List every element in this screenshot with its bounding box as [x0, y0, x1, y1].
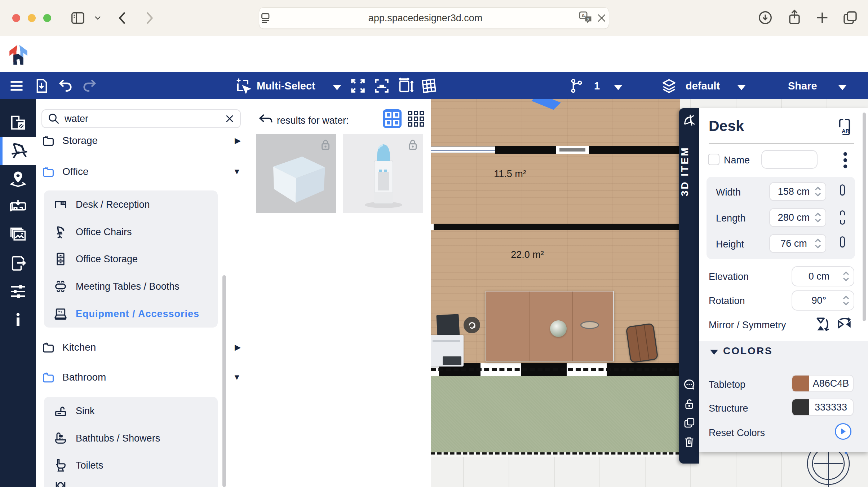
- comment-icon[interactable]: [682, 378, 696, 392]
- mirror-vertical-icon[interactable]: [814, 315, 832, 333]
- reader-icon[interactable]: [259, 12, 272, 25]
- subcategory-bathtubs[interactable]: Bathtubs / Showers: [53, 428, 208, 449]
- search-box[interactable]: [41, 109, 241, 128]
- colors-caret-icon[interactable]: [709, 349, 719, 355]
- result-item-water-cooler[interactable]: [343, 134, 423, 213]
- rail-location-button[interactable]: [0, 165, 36, 193]
- name-checkbox[interactable]: [708, 154, 719, 165]
- subcategory-meeting-tables[interactable]: Meeting Tables / Booths: [53, 276, 208, 297]
- wall-segment[interactable]: [495, 146, 556, 154]
- back-button[interactable]: [115, 9, 131, 27]
- share-caret-icon[interactable]: [837, 84, 848, 91]
- layer-caret-icon[interactable]: [736, 84, 747, 91]
- category-office[interactable]: Office ▼: [41, 161, 241, 182]
- subcategory-toilets[interactable]: Toilets: [53, 455, 208, 476]
- unlock-item-icon[interactable]: [683, 398, 695, 410]
- floor-level-caret-icon[interactable]: [613, 84, 624, 91]
- colors-header[interactable]: COLORS: [723, 345, 773, 357]
- url-bar[interactable]: app.spacedesigner3d.com Ax: [259, 7, 609, 29]
- catalog-scrollbar[interactable]: [222, 275, 226, 487]
- multi-select-icon[interactable]: [234, 76, 252, 95]
- share-button[interactable]: [786, 9, 803, 26]
- category-kitchen[interactable]: Kitchen ▶: [41, 337, 241, 358]
- back-icon[interactable]: [258, 113, 273, 127]
- more-options-icon[interactable]: [843, 152, 848, 169]
- rail-info-button[interactable]: [0, 306, 36, 334]
- tool-caret-icon[interactable]: [332, 84, 342, 91]
- search-input[interactable]: [65, 113, 220, 124]
- subcategory-equipment[interactable]: Equipment / Accessories: [53, 303, 208, 324]
- tabletop-color-picker[interactable]: A86C4B: [792, 375, 854, 392]
- zoom-extents-icon[interactable]: [349, 77, 367, 95]
- sidebar-toggle-icon[interactable]: [70, 10, 86, 26]
- delete-icon[interactable]: [683, 435, 696, 448]
- rail-export-button[interactable]: [0, 249, 36, 277]
- url-close-icon[interactable]: [596, 12, 607, 24]
- rotation-stepper[interactable]: 90°: [792, 290, 854, 311]
- wall-segment[interactable]: [589, 146, 680, 154]
- traffic-close-button[interactable]: [12, 14, 20, 22]
- dish-item[interactable]: [580, 321, 599, 329]
- height-stepper[interactable]: 76 cm: [769, 234, 826, 253]
- new-tab-button[interactable]: [814, 9, 831, 26]
- door-opening[interactable]: [556, 146, 589, 154]
- fit-selection-icon[interactable]: [373, 77, 391, 95]
- main-menu-icon[interactable]: [9, 78, 25, 94]
- link-icon[interactable]: [838, 182, 847, 201]
- floor-level-icon[interactable]: [568, 78, 585, 94]
- tab-overview-button[interactable]: [841, 9, 859, 26]
- share-menu-label[interactable]: Share: [788, 80, 817, 92]
- grid-view-small-button[interactable]: [407, 109, 425, 128]
- width-stepper[interactable]: 158 cm: [769, 182, 826, 201]
- rail-images-button[interactable]: [0, 221, 36, 249]
- link-broken-icon[interactable]: [838, 208, 847, 227]
- subcategory-office-storage[interactable]: Office Storage: [53, 249, 208, 269]
- subcategory-office-chairs[interactable]: Office Chairs: [53, 221, 208, 242]
- rotate-handle[interactable]: [464, 317, 480, 333]
- rail-furniture-button[interactable]: [0, 137, 36, 165]
- grid-icon[interactable]: [420, 76, 438, 95]
- floor-level-value[interactable]: 1: [594, 80, 600, 92]
- translate-icon[interactable]: Ax: [579, 11, 593, 25]
- subcategory-sink[interactable]: Sink: [53, 400, 208, 421]
- category-bathroom[interactable]: Bathroom ▼: [41, 367, 241, 388]
- rail-blueprint-import-button[interactable]: [0, 193, 36, 221]
- plant-item[interactable]: [550, 320, 567, 337]
- name-input[interactable]: [761, 150, 818, 169]
- result-item-water-cube[interactable]: [256, 134, 336, 213]
- wall-window[interactable]: [431, 146, 495, 153]
- forward-button[interactable]: [141, 9, 157, 27]
- search-clear-icon[interactable]: [224, 113, 235, 124]
- rail-settings-button[interactable]: [0, 277, 36, 306]
- traffic-zoom-button[interactable]: [43, 14, 51, 22]
- subcategory-partial[interactable]: [53, 482, 208, 487]
- undo-button[interactable]: [57, 77, 74, 95]
- reset-colors-button[interactable]: [835, 423, 851, 440]
- save-export-icon[interactable]: [33, 78, 50, 94]
- ar-icon[interactable]: AR: [836, 118, 853, 136]
- sidebar-chevron-icon[interactable]: [93, 14, 102, 22]
- length-stepper[interactable]: 280 cm: [769, 208, 826, 227]
- tool-label[interactable]: Multi-Select: [257, 80, 315, 92]
- category-storage[interactable]: Storage ▶: [41, 130, 241, 151]
- redo-button[interactable]: [81, 77, 98, 95]
- url-text[interactable]: app.spacedesigner3d.com: [272, 13, 579, 24]
- wall-bottom[interactable]: [431, 363, 680, 376]
- structure-color-picker[interactable]: 333333: [792, 399, 854, 416]
- link-icon[interactable]: [838, 234, 847, 253]
- tabletop-swatch[interactable]: [792, 375, 809, 392]
- inspector-scrollbar[interactable]: [863, 113, 866, 321]
- duplicate-icon[interactable]: [683, 416, 696, 429]
- office-chair-item[interactable]: [625, 323, 658, 363]
- structure-swatch[interactable]: [792, 399, 809, 416]
- item-tab[interactable]: 3D ITEM: [679, 108, 699, 464]
- rail-floorplan-button[interactable]: [0, 109, 36, 137]
- wall-middle[interactable]: [434, 224, 680, 230]
- layers-icon[interactable]: [660, 77, 678, 95]
- grid-view-large-button[interactable]: [383, 109, 402, 128]
- dimensions-icon[interactable]: [397, 77, 415, 95]
- traffic-minimize-button[interactable]: [28, 14, 36, 22]
- subcategory-desk-reception[interactable]: Desk / Reception: [53, 194, 208, 215]
- layer-value[interactable]: default: [686, 80, 720, 92]
- downloads-button[interactable]: [757, 9, 774, 26]
